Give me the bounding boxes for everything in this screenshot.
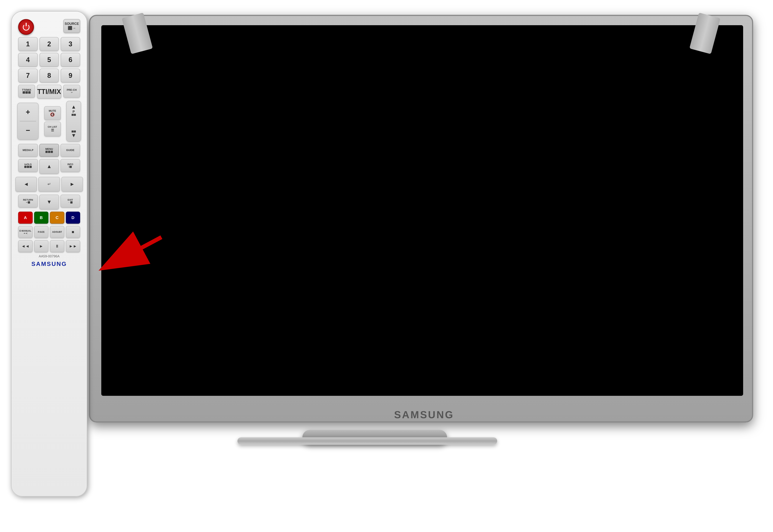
- ffwd-button[interactable]: ►►: [66, 240, 80, 252]
- pause-button[interactable]: ⏸: [50, 240, 64, 252]
- num-5-button[interactable]: 5: [39, 53, 59, 67]
- e-manual-button[interactable]: E-MANUAL ◄◄|: [18, 226, 33, 238]
- tv: SAMSUNG: [89, 15, 753, 497]
- a-button[interactable]: A: [18, 212, 33, 224]
- nav-row-middle: ◄ ↵ ►: [15, 177, 83, 192]
- ch-list-icon: ☰: [51, 128, 54, 132]
- mute-ch-area: MUTE 🔇 CH LIST ☰: [44, 106, 61, 136]
- exit-button[interactable]: EXIT ←⬛: [60, 195, 80, 208]
- rewind-button[interactable]: ◄◄: [18, 240, 33, 252]
- source-button[interactable]: SOURCE ⬛→: [63, 19, 80, 33]
- source-label: SOURCE: [65, 22, 79, 26]
- volume-down[interactable]: −: [26, 126, 30, 135]
- volume-control[interactable]: + −: [17, 103, 39, 140]
- num-2-button[interactable]: 2: [39, 37, 59, 51]
- num-9-button[interactable]: 9: [61, 69, 80, 82]
- vol-divider: [20, 121, 36, 121]
- info-button[interactable]: INFO ℹ⬛: [60, 159, 80, 172]
- channel-down[interactable]: ⬛⬛ ▼: [71, 130, 76, 138]
- media-menu-row: MEDIA.P MENU ⬛⬛⬛ GUIDE: [17, 144, 81, 157]
- num-3-button[interactable]: 3: [61, 37, 80, 51]
- mute-button[interactable]: MUTE 🔇: [44, 106, 61, 120]
- power-icon: [22, 23, 30, 31]
- tv-frame: SAMSUNG: [89, 15, 753, 422]
- ch-list-button[interactable]: CH LIST ☰: [44, 122, 61, 136]
- num-0-button[interactable]: TTI/MIX: [37, 85, 61, 99]
- media-transport-row: ◄◄ ► ⏸ ►►: [17, 240, 81, 252]
- stand-crossbar: [238, 437, 497, 445]
- guide-button[interactable]: GUIDE: [60, 144, 80, 157]
- tools-button[interactable]: toOLS ⬛⬛⬛: [18, 159, 38, 172]
- number-grid: 1 2 3 4 5 6 7 8 9: [17, 37, 81, 82]
- mute-icon: 🔇: [50, 112, 55, 117]
- tv-screen: [101, 25, 743, 396]
- ad-subt-button[interactable]: AD/SUBT: [50, 226, 64, 238]
- play-button[interactable]: ►: [34, 240, 49, 252]
- power-button[interactable]: [18, 19, 34, 35]
- tools-up-info-row: toOLS ⬛⬛⬛ ▲ INFO ℹ⬛: [17, 159, 81, 174]
- c-button[interactable]: C: [50, 212, 64, 224]
- right-button[interactable]: ►: [61, 177, 83, 192]
- color-buttons-row: A B C D: [17, 212, 81, 224]
- pre-ch-button[interactable]: PRE-CH ↩: [63, 85, 80, 98]
- tv-brand: SAMSUNG: [387, 409, 461, 421]
- media-p-button[interactable]: MEDIA.P: [18, 144, 38, 157]
- stop-button[interactable]: ■: [66, 226, 80, 238]
- power-line: [26, 23, 27, 26]
- p-size-button[interactable]: P.SIZE: [34, 226, 49, 238]
- b-button[interactable]: B: [34, 212, 49, 224]
- menu-button[interactable]: MENU ⬛⬛⬛: [39, 144, 59, 157]
- return-down-exit-row: RETURN ↩⬛ ▼ EXIT ←⬛: [17, 195, 81, 209]
- up-button[interactable]: ▲: [39, 159, 59, 174]
- enter-button[interactable]: ↵: [38, 177, 60, 192]
- return-button[interactable]: RETURN ↩⬛: [18, 195, 38, 208]
- channel-up[interactable]: ▲ P ⬛⬛: [71, 104, 76, 116]
- num-4-button[interactable]: 4: [18, 53, 38, 67]
- tti-mix-button[interactable]: TTI/MIX ⬛⬛⬛: [18, 85, 35, 98]
- enter-icon: ↵: [47, 182, 51, 187]
- remote-top-row: SOURCE ⬛→: [15, 17, 83, 35]
- down-button[interactable]: ▼: [39, 195, 59, 209]
- d-button[interactable]: D: [66, 212, 80, 224]
- special-row: TTI/MIX ⬛⬛⬛ TTI/MIX PRE-CH ↩: [17, 85, 81, 99]
- remote-control: SOURCE ⬛→ 1 2 3 4 5 6 7 8 9 TTI/MIX ⬛⬛⬛ …: [11, 11, 87, 497]
- channel-control[interactable]: ▲ P ⬛⬛ ⬛⬛ ▼: [66, 101, 81, 142]
- remote-brand: SAMSUNG: [31, 261, 67, 267]
- num-6-button[interactable]: 6: [61, 53, 80, 67]
- num-8-button[interactable]: 8: [39, 69, 59, 82]
- remote-serial: AA59-00796A: [39, 254, 59, 258]
- source-icon: ⬛→: [68, 26, 76, 30]
- media-ctrl-row-1: E-MANUAL ◄◄| P.SIZE AD/SUBT ■: [17, 226, 81, 238]
- left-button[interactable]: ◄: [15, 177, 37, 192]
- vol-ch-area: + − MUTE 🔇 CH LIST ☰ ▲ P ⬛⬛ ⬛⬛ ▼: [16, 101, 82, 142]
- volume-up[interactable]: +: [26, 108, 30, 116]
- num-7-button[interactable]: 7: [18, 69, 38, 82]
- num-1-button[interactable]: 1: [18, 37, 38, 51]
